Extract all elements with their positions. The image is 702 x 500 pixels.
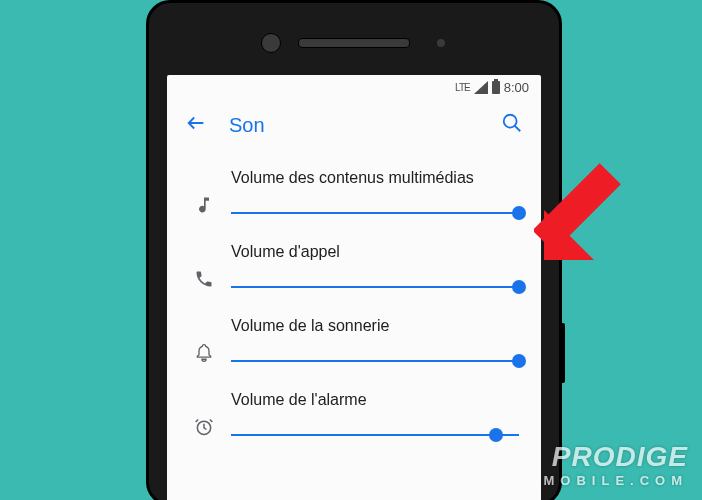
signal-indicator: LTE [455,82,470,93]
row-ring-volume: Volume de la sonnerie [167,303,541,377]
power-button [559,323,565,383]
front-camera [261,33,281,53]
proximity-sensor [437,39,445,47]
phone-icon [185,243,223,289]
bell-icon [185,317,223,363]
page-title: Son [229,114,479,137]
alarm-volume-slider[interactable] [231,427,519,443]
watermark-line1: PRODIGE [544,441,689,473]
arrow-left-icon [185,112,207,134]
call-volume-label: Volume d'appel [231,243,519,261]
battery-icon [492,81,500,94]
ring-volume-label: Volume de la sonnerie [231,317,519,335]
stage: LTE 8:00 Son [0,0,702,500]
watermark: PRODIGE MOBILE.COM [544,441,689,488]
search-button[interactable] [501,112,523,138]
search-icon [501,112,523,134]
music-note-icon [185,169,223,215]
earpiece-speaker [298,38,410,48]
app-bar: Son [167,99,541,151]
alarm-volume-label: Volume de l'alarme [231,391,519,409]
signal-icon [474,81,488,94]
clock: 8:00 [504,80,529,95]
media-volume-slider[interactable] [231,205,519,221]
svg-point-0 [504,115,517,128]
call-volume-slider[interactable] [231,279,519,295]
alarm-icon [185,391,223,437]
media-volume-label: Volume des contenus multimédias [231,169,519,187]
back-button[interactable] [185,112,207,138]
row-alarm-volume: Volume de l'alarme [167,377,541,451]
ring-volume-slider[interactable] [231,353,519,369]
watermark-line2: MOBILE.COM [544,473,689,488]
phone-frame: LTE 8:00 Son [146,0,562,500]
row-call-volume: Volume d'appel [167,229,541,303]
screen: LTE 8:00 Son [167,75,541,500]
settings-list: Volume des contenus multimédias Volume d… [167,151,541,455]
row-media-volume: Volume des contenus multimédias [167,155,541,229]
status-bar: LTE 8:00 [167,75,541,99]
